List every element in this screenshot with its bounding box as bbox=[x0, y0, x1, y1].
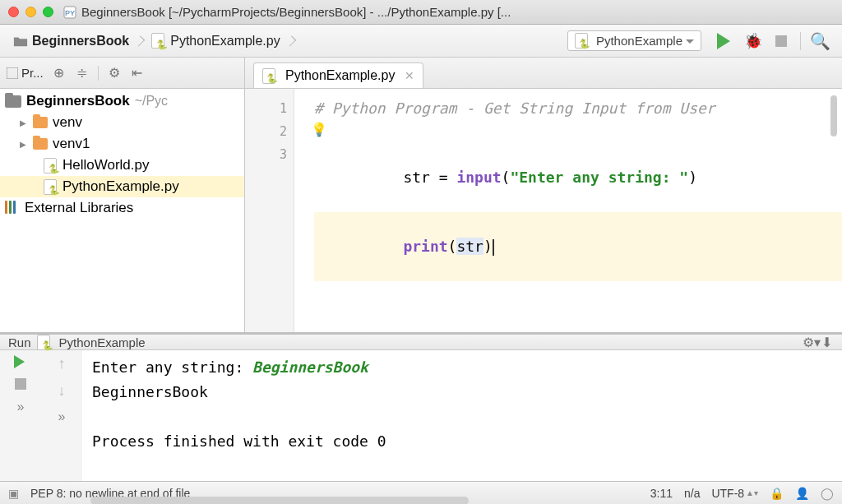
code-line-3: print(str) bbox=[314, 212, 842, 281]
scroll-from-source-button[interactable]: ⊕ bbox=[52, 66, 67, 81]
project-tool-window: Pr... ⊕ ≑ ⚙ ⇤ BeginnersBook ~/Pyc ▶ venv… bbox=[0, 58, 245, 332]
breadcrumb-project-label: BeginnersBook bbox=[32, 34, 129, 49]
svg-text:PY: PY bbox=[65, 9, 75, 17]
play-icon bbox=[14, 355, 31, 368]
line-number: 2 bbox=[245, 120, 287, 143]
next-stack-button[interactable]: ↓ bbox=[58, 382, 66, 400]
rerun-button[interactable] bbox=[11, 355, 31, 368]
tree-item-label: External Libraries bbox=[25, 200, 133, 216]
stop-icon bbox=[15, 378, 26, 390]
code-line-2: 💡 str = input("Enter any string: ") bbox=[314, 120, 842, 212]
python-file-icon bbox=[43, 158, 58, 173]
folder-icon bbox=[33, 138, 48, 150]
window-title: BeginnersBook [~/PycharmProjects/Beginne… bbox=[81, 5, 511, 19]
python-file-icon bbox=[43, 179, 58, 194]
run-console[interactable]: Enter any string: BeginnersBook Beginner… bbox=[82, 350, 842, 504]
run-config-label: PythonExample bbox=[59, 335, 146, 349]
navigation-bar: BeginnersBook PythonExample.py PythonExa… bbox=[0, 25, 842, 58]
tool-windows-button[interactable]: ▣ bbox=[8, 487, 19, 500]
collapse-all-button[interactable]: ≑ bbox=[75, 66, 90, 81]
code-editor[interactable]: 1 2 3 # Python Program - Get String Inpu… bbox=[245, 89, 842, 332]
settings-button[interactable]: ⚙ bbox=[107, 66, 122, 81]
separator bbox=[98, 66, 99, 81]
tree-item-label: HelloWorld.py bbox=[62, 157, 150, 173]
stop-button[interactable] bbox=[770, 30, 792, 52]
code-line-1: # Python Program - Get String Input from… bbox=[314, 97, 842, 120]
project-root-node[interactable]: BeginnersBook ~/Pyc bbox=[0, 90, 244, 112]
folder-icon bbox=[33, 117, 48, 128]
library-icon bbox=[5, 201, 20, 215]
python-file-icon bbox=[150, 34, 165, 49]
prev-stack-button[interactable]: ↑ bbox=[58, 355, 66, 372]
editor-tabs: PythonExample.py ✕ bbox=[245, 58, 842, 89]
run-body: » ↑ ↓ » Enter any string: BeginnersBook … bbox=[0, 350, 842, 504]
run-configuration-dropdown[interactable]: PythonExample bbox=[567, 30, 701, 51]
text-cursor bbox=[493, 239, 494, 256]
window-controls bbox=[8, 7, 53, 17]
hide-button[interactable]: ⇤ bbox=[130, 66, 145, 81]
tree-item-label: PythonExample.py bbox=[62, 178, 179, 195]
project-root-label: BeginnersBook bbox=[26, 93, 130, 109]
main-area: Pr... ⊕ ≑ ⚙ ⇤ BeginnersBook ~/Pyc ▶ venv… bbox=[0, 58, 842, 333]
project-tool-title: Pr... bbox=[7, 66, 44, 80]
run-tool-header: Run PythonExample ⚙▾ ⬇ bbox=[0, 335, 842, 350]
more-actions-button[interactable]: » bbox=[17, 400, 25, 414]
project-root-path: ~/Pyc bbox=[135, 94, 168, 109]
tree-item-label: venv bbox=[53, 114, 82, 131]
window-titlebar: PY BeginnersBook [~/PycharmProjects/Begi… bbox=[0, 0, 842, 25]
python-icon bbox=[36, 335, 51, 349]
download-button[interactable]: ⬇ bbox=[819, 335, 834, 349]
search-icon: 🔍 bbox=[810, 31, 830, 51]
python-file-icon bbox=[262, 69, 275, 82]
intention-bulb-icon[interactable]: 💡 bbox=[311, 118, 327, 141]
close-tab-button[interactable]: ✕ bbox=[405, 69, 414, 82]
console-scrollbar[interactable] bbox=[90, 497, 469, 504]
run-configuration-label: PythonExample bbox=[596, 34, 682, 48]
debug-button[interactable]: 🐞 bbox=[743, 30, 764, 52]
svg-rect-2 bbox=[7, 67, 18, 79]
breadcrumb-file-label: PythonExample.py bbox=[170, 34, 280, 49]
maximize-window-button[interactable] bbox=[43, 7, 53, 17]
expand-icon[interactable]: ▶ bbox=[20, 118, 31, 127]
minimize-window-button[interactable] bbox=[25, 7, 36, 17]
tree-external-libraries[interactable]: External Libraries bbox=[0, 197, 244, 219]
project-tree: BeginnersBook ~/Pyc ▶ venv ▶ venv1 Hello… bbox=[0, 89, 244, 220]
project-folder-icon bbox=[5, 95, 21, 108]
line-number: 1 bbox=[245, 97, 287, 120]
stop-run-button[interactable] bbox=[15, 378, 26, 390]
breadcrumb: BeginnersBook PythonExample.py bbox=[8, 31, 567, 51]
tree-file-pythonexample[interactable]: PythonExample.py bbox=[0, 176, 244, 197]
breadcrumb-project[interactable]: BeginnersBook bbox=[8, 31, 137, 51]
app-icon: PY bbox=[63, 6, 76, 19]
run-title-label: Run bbox=[8, 335, 31, 349]
search-everywhere-button[interactable]: 🔍 bbox=[809, 30, 830, 52]
editor-tab-pythonexample[interactable]: PythonExample.py ✕ bbox=[253, 62, 423, 88]
run-button[interactable] bbox=[715, 30, 736, 52]
stop-icon bbox=[775, 35, 787, 47]
editor-tab-label: PythonExample.py bbox=[285, 68, 395, 83]
expand-icon[interactable]: ▶ bbox=[20, 140, 31, 149]
run-settings-button[interactable]: ⚙▾ bbox=[804, 335, 819, 349]
play-icon bbox=[717, 33, 738, 49]
tree-folder-venv1[interactable]: ▶ venv1 bbox=[0, 133, 244, 155]
tree-folder-venv[interactable]: ▶ venv bbox=[0, 112, 244, 133]
line-number: 3 bbox=[245, 143, 287, 166]
breadcrumb-file[interactable]: PythonExample.py bbox=[146, 31, 288, 51]
bug-icon: 🐞 bbox=[744, 32, 762, 50]
separator bbox=[800, 32, 801, 50]
more-nav-button[interactable]: » bbox=[58, 409, 66, 424]
line-gutter: 1 2 3 bbox=[245, 89, 294, 332]
tree-file-helloworld[interactable]: HelloWorld.py bbox=[0, 155, 244, 176]
code-lines[interactable]: # Python Program - Get String Input from… bbox=[294, 89, 842, 332]
tree-item-label: venv1 bbox=[53, 136, 90, 152]
project-toolbar: Pr... ⊕ ≑ ⚙ ⇤ bbox=[0, 58, 244, 89]
run-tool-window: Run PythonExample ⚙▾ ⬇ » ↑ ↓ » Enter any… bbox=[0, 333, 842, 481]
python-icon bbox=[575, 35, 588, 48]
editor-area: PythonExample.py ✕ 1 2 3 # Python Progra… bbox=[245, 58, 842, 332]
close-window-button[interactable] bbox=[8, 7, 19, 17]
editor-scrollbar[interactable] bbox=[830, 95, 837, 136]
